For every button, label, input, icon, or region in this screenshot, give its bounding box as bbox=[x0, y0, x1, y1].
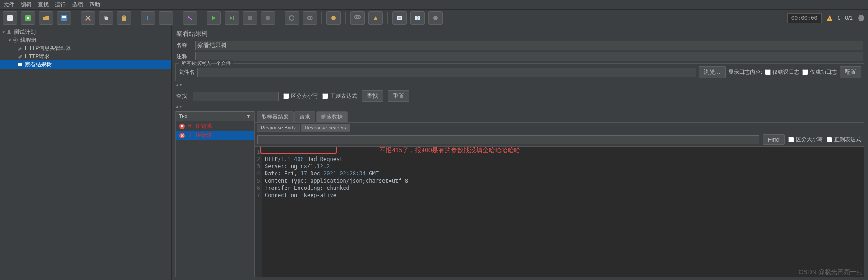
tree-header-manager[interactable]: HTTP信息头管理器 bbox=[0, 44, 171, 52]
remove-button[interactable] bbox=[159, 11, 173, 25]
tree-label: 察看结果树 bbox=[25, 61, 52, 69]
collapse-bar[interactable]: ▲▼ bbox=[175, 83, 864, 87]
find-row: Find 区分大小写 正则表达式 bbox=[255, 133, 864, 147]
svg-text:!: ! bbox=[829, 17, 830, 21]
subtab-response-body[interactable]: Response Body bbox=[257, 124, 300, 132]
new-button[interactable] bbox=[3, 11, 17, 25]
menu-edit[interactable]: 编辑 bbox=[21, 1, 32, 9]
renderer-dropdown[interactable]: Text ▼ bbox=[176, 111, 254, 121]
results-icon bbox=[17, 62, 23, 67]
filename-input[interactable] bbox=[197, 68, 696, 77]
separator bbox=[136, 12, 136, 24]
find-regex-checkbox[interactable]: 正则表达式 bbox=[827, 136, 861, 143]
code-content[interactable]: HTTP/1.1 400 Bad RequestServer: nginx/1.… bbox=[262, 147, 864, 277]
paste-button[interactable] bbox=[117, 11, 131, 25]
warning-icon[interactable]: ! bbox=[826, 14, 833, 22]
main-area: ▼ 测试计划 ▼ 线程组 HTTP信息头管理器 HTTP请求 察看结果树 察看结… bbox=[0, 26, 868, 280]
menu-run[interactable]: 运行 bbox=[55, 1, 66, 9]
svg-point-26 bbox=[14, 39, 16, 41]
menu-options[interactable]: 选项 bbox=[72, 1, 83, 9]
run-no-pause-button[interactable] bbox=[225, 11, 239, 25]
svg-rect-0 bbox=[7, 15, 13, 21]
tree-toggle-icon[interactable]: ▼ bbox=[8, 38, 13, 42]
search-button[interactable] bbox=[350, 11, 365, 25]
separator bbox=[387, 12, 388, 24]
svg-rect-4 bbox=[62, 16, 66, 18]
tree-toggle-icon[interactable]: ▼ bbox=[2, 30, 6, 34]
name-label: 名称: bbox=[176, 41, 193, 49]
tab-sampler-result[interactable]: 取样器结果 bbox=[257, 111, 294, 122]
thread-group-icon bbox=[13, 37, 19, 43]
svg-rect-8 bbox=[105, 17, 108, 20]
templates-button[interactable] bbox=[21, 11, 35, 25]
result-item[interactable]: ✕ HTTP请求 bbox=[176, 121, 254, 131]
find-input[interactable] bbox=[257, 135, 759, 144]
svg-point-13 bbox=[289, 16, 294, 20]
name-input[interactable] bbox=[195, 41, 863, 50]
write-data-fieldset: 所有数据写入一个文件 文件名 浏览... 显示日志内容: 仅错误日志 仅成功日志… bbox=[175, 63, 864, 81]
save-button[interactable] bbox=[57, 11, 71, 25]
separator bbox=[178, 12, 178, 24]
add-button[interactable] bbox=[141, 11, 155, 25]
notepad-button[interactable] bbox=[392, 11, 407, 25]
toggle-button[interactable] bbox=[183, 11, 197, 25]
run-count: 0/1 bbox=[845, 15, 853, 21]
beaker-icon bbox=[6, 29, 13, 35]
menu-help[interactable]: 帮助 bbox=[89, 1, 100, 9]
result-list: ✕ HTTP请求 ✕ HTTP请求 bbox=[176, 121, 254, 277]
success-only-checkbox[interactable]: 仅成功日志 bbox=[802, 69, 837, 76]
separator bbox=[280, 12, 280, 24]
clear-button[interactable] bbox=[285, 11, 299, 25]
find-button[interactable]: Find bbox=[763, 134, 785, 145]
separator bbox=[76, 12, 76, 24]
highlight-box bbox=[260, 147, 337, 154]
tree-view-results[interactable]: 察看结果树 bbox=[0, 60, 171, 69]
tree-root-testplan[interactable]: ▼ 测试计划 bbox=[0, 28, 171, 36]
timer-display: 00:00:00 bbox=[787, 13, 822, 23]
svg-point-24 bbox=[858, 15, 864, 21]
tab-request[interactable]: 请求 bbox=[294, 111, 315, 122]
menu-file[interactable]: 文件 bbox=[4, 1, 14, 9]
tree-search-input[interactable] bbox=[193, 92, 279, 101]
shutdown-button[interactable] bbox=[261, 11, 275, 25]
browse-button[interactable]: 浏览... bbox=[699, 66, 726, 78]
menu-search[interactable]: 查找 bbox=[38, 1, 49, 9]
function-helper-button[interactable] bbox=[326, 11, 341, 25]
plugins-button[interactable] bbox=[428, 11, 443, 25]
tab-response-data[interactable]: 响应数据 bbox=[316, 111, 348, 122]
open-button[interactable] bbox=[39, 11, 53, 25]
search-label: 查找: bbox=[176, 92, 188, 100]
result-item[interactable]: ✕ HTTP请求 bbox=[176, 131, 254, 140]
separator bbox=[345, 12, 346, 24]
name-row: 名称: bbox=[174, 40, 866, 51]
search-button[interactable]: 查找 bbox=[362, 90, 383, 102]
collapse-bar[interactable]: ▲▼ bbox=[175, 105, 864, 109]
comment-input[interactable] bbox=[195, 52, 863, 61]
tree-http-request[interactable]: HTTP请求 bbox=[0, 52, 171, 60]
case-sensitive-checkbox[interactable]: 区分大小写 bbox=[283, 92, 318, 100]
svg-rect-12 bbox=[266, 16, 270, 20]
content-panel: 察看结果树 名称: 注释: 所有数据写入一个文件 文件名 浏览... 显示日志内… bbox=[172, 26, 868, 280]
copy-button[interactable] bbox=[99, 11, 113, 25]
stop-button[interactable] bbox=[243, 11, 257, 25]
cut-button[interactable] bbox=[81, 11, 95, 25]
help-button[interactable]: ? bbox=[410, 11, 425, 25]
status-icon bbox=[857, 14, 865, 22]
subtab-response-headers[interactable]: Response headers bbox=[301, 124, 350, 132]
find-case-checkbox[interactable]: 区分大小写 bbox=[788, 136, 823, 143]
comment-label: 注释: bbox=[176, 53, 193, 60]
errors-only-checkbox[interactable]: 仅错误日志 bbox=[765, 69, 799, 76]
wrench-icon bbox=[17, 46, 23, 51]
run-button[interactable] bbox=[207, 11, 221, 25]
reset-button[interactable]: 重置 bbox=[388, 90, 409, 102]
svg-rect-27 bbox=[18, 63, 22, 66]
clear-all-button[interactable] bbox=[303, 11, 317, 25]
panel-title: 察看结果树 bbox=[174, 28, 866, 40]
result-tabs: 取样器结果 请求 响应数据 bbox=[255, 111, 864, 123]
svg-rect-19 bbox=[397, 16, 402, 20]
tree-thread-group[interactable]: ▼ 线程组 bbox=[0, 36, 171, 44]
regex-checkbox[interactable]: 正则表达式 bbox=[322, 92, 357, 100]
broom-button[interactable] bbox=[368, 11, 383, 25]
filename-label: 文件名 bbox=[179, 69, 195, 76]
configure-button[interactable]: 配置 bbox=[840, 66, 861, 78]
